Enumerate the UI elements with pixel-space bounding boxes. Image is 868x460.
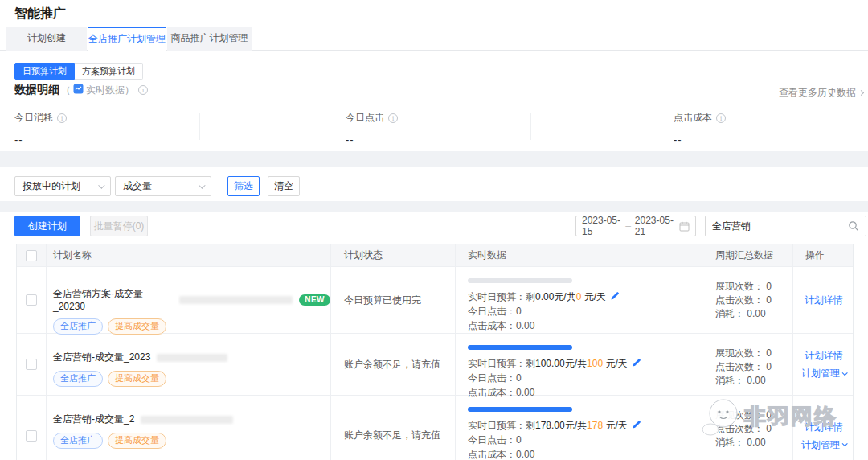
header-cell: 计划状态 [330,244,455,266]
tag-boost-sales: 提高成交量 [108,433,166,449]
paren-close: ） [125,84,134,97]
plan-name: 全店营销-成交量_2023 [53,351,150,364]
plan-manage-link[interactable]: 计划管理 [801,436,846,454]
search-input[interactable] [712,220,848,232]
plan-name-cell: 全店营销-成交量_2023 全店推广 提高成交量 [46,334,330,395]
budget-remain: 0.00 [535,291,554,302]
table-header-row: 计划名称 计划状态 实时数据 周期汇总数据 操作 [17,244,853,266]
section-title: 数据明细 [14,83,59,97]
tab-plan-create[interactable]: 计划创建 [6,27,87,51]
history-data-link[interactable]: 查看更多历史数据 [779,86,863,100]
section-separator [0,151,868,167]
select-value: 投放中的计划 [23,179,98,193]
tab-store-promo-management[interactable]: 全店推广计划管理 [88,27,166,51]
info-icon [138,85,148,95]
budget-total: 100 [587,358,603,369]
smart-promotion-page: 智能推广 计划创建 全店推广计划管理 商品推广计划管理 日预算计划 方案预算计划… [0,0,868,460]
edit-budget-icon[interactable] [632,358,641,368]
batch-pause-button[interactable]: 批量暂停(0) [90,216,148,236]
budget-label: 实时日预算：剩 [468,291,535,302]
realtime-data-cell: 实时日预算：剩0.00元/共0 元/天 今日点击：0 点击成本：0.00 [455,267,706,333]
tag-store-promo: 全店推广 [53,371,103,387]
budget-remain: 100.00 [535,358,565,369]
search-icon[interactable] [848,220,859,232]
table-row: 全店营销方案-成交量_20230 NEW 全店推广 提高成交量 今日预算已使用完… [17,266,853,333]
subtab-daily-budget[interactable]: 日预算计划 [14,63,75,80]
budget-mid: 元/共 [565,420,587,431]
clear-button[interactable]: 清空 [268,176,300,196]
row-checkbox[interactable] [26,359,37,370]
budget-unit: 元/天 [603,420,628,431]
date-separator: – [625,220,631,232]
header-cell: 周期汇总数据 [706,244,792,266]
plan-status-select[interactable]: 投放中的计划 [14,176,111,196]
summary-clicks: 点击次数： 0 [715,360,792,374]
select-all-checkbox[interactable] [26,250,37,261]
metric-select[interactable]: 成交量 [115,176,211,196]
budget-unit: 元/天 [603,358,628,369]
operations-cell: 计划详情 [792,267,854,333]
plan-manage-link[interactable]: 计划管理 [801,364,846,382]
header-cell-checkbox [17,244,46,266]
stat-label: 今日消耗 [14,111,53,125]
header-cell: 实时数据 [455,244,706,266]
today-clicks: 今日点击：0 [468,371,706,385]
redacted-text [141,416,233,424]
operations-cell: 计划详情 计划管理 [792,396,854,460]
stat-today-clicks: 今日点击 -- [346,111,398,146]
info-icon [57,113,67,123]
create-plan-button[interactable]: 创建计划 [14,216,80,236]
tab-product-promo-management[interactable]: 商品推广计划管理 [167,27,252,51]
date-end: 2023-05-21 [635,215,674,237]
row-checkbox[interactable] [26,430,37,442]
budget-type-toggle: 日预算计划 方案预算计划 [14,63,143,80]
plan-detail-link[interactable]: 计划详情 [805,418,843,436]
op-label: 计划管理 [801,436,840,454]
realtime-data-cell: 实时日预算：剩100.00元/共100 元/天 今日点击：0 点击成本：0.00 [455,334,706,395]
filter-button[interactable]: 筛选 [227,176,260,196]
plan-name: 全店营销-成交量_2 [53,413,134,426]
realtime-data-icon [73,84,84,97]
date-range-picker[interactable]: 2023-05-15 – 2023-05-21 [575,216,696,236]
plan-detail-link[interactable]: 计划详情 [805,291,843,309]
budget-progress-bar [468,407,572,412]
summary-clicks: 点击次数： 0 [715,422,792,436]
stat-value: -- [14,133,67,146]
budget-progress-bar [468,345,572,350]
budget-remain: 178.00 [535,420,565,431]
budget-mid: 元/共 [565,358,587,369]
subtab-plan-budget[interactable]: 方案预算计划 [75,63,143,80]
date-start: 2023-05-15 [582,215,621,237]
divider [199,113,200,140]
summary-impressions: 展现次数： 0 [715,280,792,294]
new-badge: NEW [299,294,330,306]
op-label: 计划管理 [801,364,840,382]
page-title: 智能推广 [14,6,66,23]
row-checkbox[interactable] [26,294,37,306]
chevron-right-icon [858,90,864,96]
redacted-text [157,354,227,362]
history-link-label: 查看更多历史数据 [779,86,856,100]
redacted-text [179,296,293,304]
realtime-budget-line: 实时日预算：剩100.00元/共100 元/天 [468,356,706,371]
tag-boost-sales: 提高成交量 [108,318,166,335]
chevron-down-icon [842,441,848,446]
plan-search-box [705,216,866,236]
edit-budget-icon[interactable] [610,291,620,301]
summary-clicks: 点击次数： 0 [715,294,792,307]
plan-detail-link[interactable]: 计划详情 [805,347,843,364]
row-checkbox-cell [17,267,46,333]
summary-spend: 消耗： 0.00 [715,436,792,450]
stat-label: 今日点击 [346,111,384,125]
realtime-data-cell: 实时日预算：剩178.00元/共178 元/天 今日点击：0 点击成本：0.00 [455,396,706,460]
edit-budget-icon[interactable] [632,420,641,429]
divider [530,113,531,140]
plan-status: 账户余额不足，请充值 [330,334,455,395]
tag-boost-sales: 提高成交量 [108,371,166,387]
realtime-budget-line: 实时日预算：剩0.00元/共0 元/天 [468,290,706,304]
header-cell: 操作 [792,244,854,266]
summary-spend: 消耗： 0.00 [715,374,792,388]
stat-click-cost: 点击成本 -- [674,111,726,146]
summary-impressions: 展现次数： 0 [715,409,792,422]
summary-spend: 消耗： 0.00 [715,307,792,321]
